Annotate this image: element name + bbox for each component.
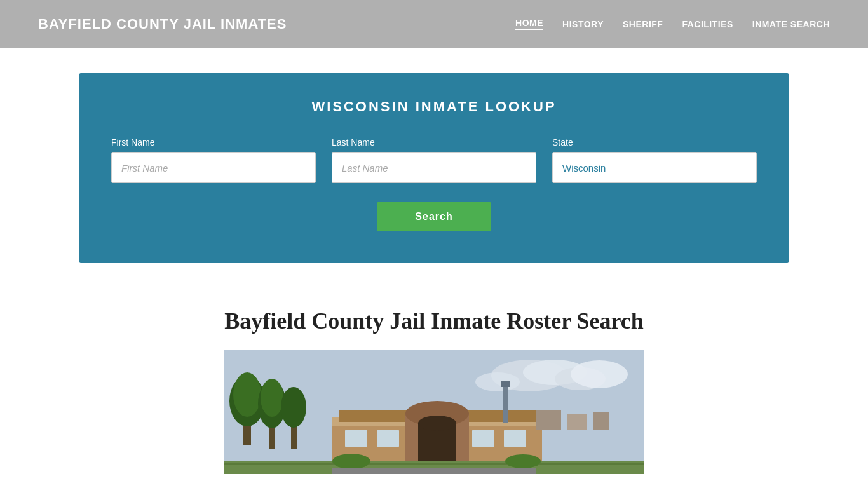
state-group: State xyxy=(552,137,757,183)
svg-rect-29 xyxy=(593,412,609,430)
svg-point-11 xyxy=(261,379,283,417)
last-name-label: Last Name xyxy=(332,137,536,147)
nav-history[interactable]: HISTORY xyxy=(562,19,604,29)
svg-rect-28 xyxy=(567,414,587,430)
building-image xyxy=(224,350,644,474)
last-name-input[interactable] xyxy=(332,152,536,183)
nav-inmate-search[interactable]: INMATE SEARCH xyxy=(752,19,830,29)
svg-point-13 xyxy=(281,387,306,428)
svg-point-20 xyxy=(418,416,456,431)
search-button-row: Search xyxy=(111,202,757,231)
state-input[interactable] xyxy=(552,152,757,183)
svg-rect-23 xyxy=(472,430,494,447)
inmate-lookup-section: WISCONSIN INMATE LOOKUP First Name Last … xyxy=(79,73,789,263)
search-form-row: First Name Last Name State xyxy=(111,137,757,183)
nav-facilities[interactable]: FACILITIES xyxy=(682,19,733,29)
svg-rect-34 xyxy=(332,468,536,474)
main-nav: HOME HISTORY SHERIFF FACILITIES INMATE S… xyxy=(515,18,830,30)
content-section: Bayfield County Jail Inmate Roster Searc… xyxy=(0,288,868,474)
svg-rect-27 xyxy=(536,410,561,430)
svg-point-33 xyxy=(505,454,541,468)
svg-point-32 xyxy=(332,454,370,469)
svg-rect-22 xyxy=(377,430,399,447)
state-label: State xyxy=(552,137,757,147)
nav-sheriff[interactable]: SHERIFF xyxy=(623,19,663,29)
first-name-input[interactable] xyxy=(111,152,316,183)
svg-rect-25 xyxy=(503,382,508,423)
svg-rect-31 xyxy=(224,463,644,465)
site-header: BAYFIELD COUNTY JAIL INMATES HOME HISTOR… xyxy=(0,0,868,48)
last-name-group: Last Name xyxy=(332,137,536,183)
site-title: BAYFIELD COUNTY JAIL INMATES xyxy=(38,16,287,32)
svg-rect-21 xyxy=(345,430,367,447)
svg-rect-24 xyxy=(504,430,526,447)
svg-point-4 xyxy=(571,360,628,388)
content-title: Bayfield County Jail Inmate Roster Searc… xyxy=(79,308,789,334)
nav-home[interactable]: HOME xyxy=(515,18,543,30)
lookup-title: WISCONSIN INMATE LOOKUP xyxy=(111,98,757,115)
svg-point-8 xyxy=(233,372,261,417)
first-name-label: First Name xyxy=(111,137,316,147)
search-button[interactable]: Search xyxy=(377,202,491,231)
svg-rect-26 xyxy=(501,381,510,387)
svg-point-5 xyxy=(475,372,520,391)
first-name-group: First Name xyxy=(111,137,316,183)
